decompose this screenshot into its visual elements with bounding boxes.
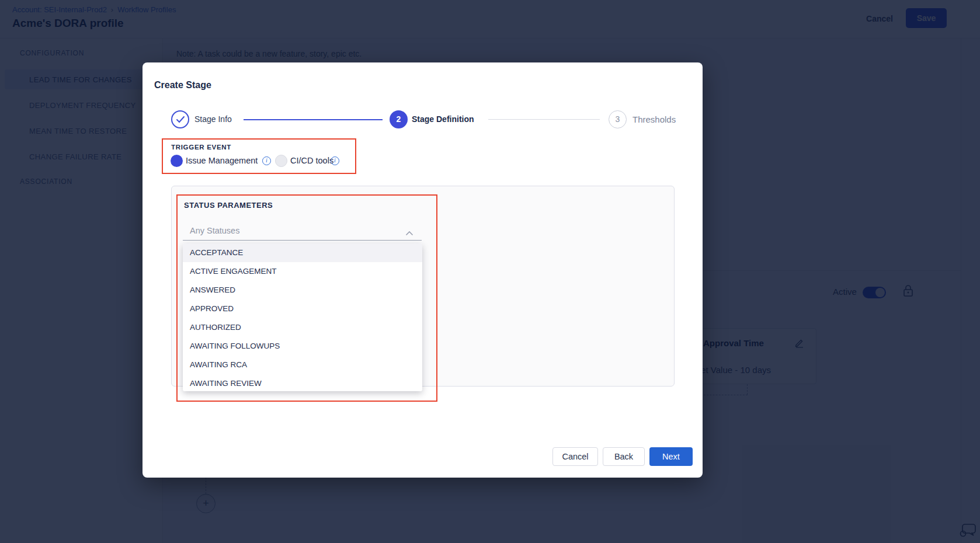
statuses-dropdown-list: ACCEPTANCE ACTIVE ENGAGEMENT ANSWERED AP…: [183, 243, 422, 391]
dropdown-option-awaiting-followups[interactable]: AWAITING FOLLOWUPS: [183, 337, 422, 356]
trigger-event-heading: TRIGGER EVENT: [171, 144, 231, 151]
modal-next-button[interactable]: Next: [649, 447, 693, 466]
dropdown-option-authorized[interactable]: AUTHORIZED: [183, 318, 422, 337]
step-2-active-circle[interactable]: 2: [390, 110, 408, 128]
radio-cicd-tools-label[interactable]: CI/CD tools: [290, 156, 333, 165]
dropdown-option-answered[interactable]: ANSWERED: [183, 281, 422, 300]
dropdown-option-acceptance[interactable]: ACCEPTANCE: [183, 243, 422, 262]
radio-issue-management[interactable]: [171, 155, 183, 167]
create-stage-modal: Create Stage Stage Info 2 Stage Definiti…: [143, 62, 703, 478]
cicd-tools-info-icon[interactable]: i: [331, 156, 339, 165]
dropdown-option-approved[interactable]: APPROVED: [183, 300, 422, 318]
dropdown-option-awaiting-rca[interactable]: AWAITING RCA: [183, 356, 422, 374]
dropdown-option-active-engagement[interactable]: ACTIVE ENGAGEMENT: [183, 262, 422, 281]
step-connector-1: [244, 119, 383, 120]
chevron-up-icon: [405, 228, 413, 238]
step-3-label[interactable]: Thresholds: [633, 114, 676, 124]
app-root: Account: SEI-Internal-Prod2›Workflow Pro…: [0, 0, 980, 543]
status-parameters-heading: STATUS PARAMETERS: [184, 201, 273, 210]
radio-cicd-tools[interactable]: [275, 155, 287, 167]
step-3-todo-circle[interactable]: 3: [609, 110, 627, 128]
modal-title: Create Stage: [154, 80, 211, 90]
modal-cancel-button[interactable]: Cancel: [552, 447, 598, 466]
check-icon: [172, 112, 188, 127]
modal-back-button[interactable]: Back: [603, 447, 645, 466]
step-connector-2: [488, 119, 600, 120]
statuses-select[interactable]: Any Statuses: [183, 223, 422, 241]
dropdown-option-awaiting-review[interactable]: AWAITING REVIEW: [183, 374, 422, 391]
statuses-select-value: Any Statuses: [190, 226, 239, 235]
step-2-label[interactable]: Stage Definition: [412, 114, 474, 124]
step-1-done-circle[interactable]: [171, 110, 189, 128]
step-1-label[interactable]: Stage Info: [194, 114, 232, 124]
issue-management-info-icon[interactable]: i: [262, 156, 271, 165]
radio-issue-management-label[interactable]: Issue Management: [186, 156, 258, 165]
